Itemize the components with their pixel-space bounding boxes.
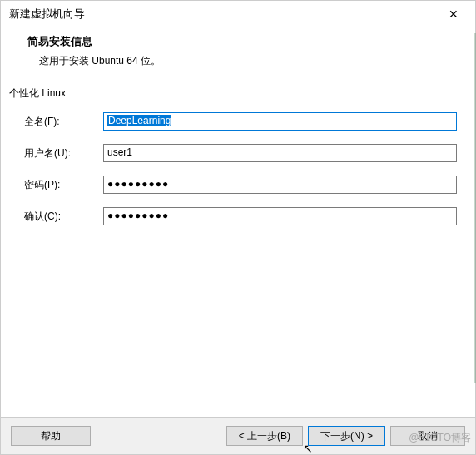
username-value: user1 bbox=[107, 146, 132, 158]
wizard-content: 个性化 Linux 全名(F): DeepLearning 用户名(U): us… bbox=[1, 82, 475, 417]
confirm-value: ●●●●●●●●● bbox=[107, 210, 169, 221]
back-button[interactable]: < 上一步(B) bbox=[226, 426, 303, 446]
confirm-label: 确认(C): bbox=[24, 210, 103, 224]
header-description: 这用于安装 Ubuntu 64 位。 bbox=[27, 54, 459, 68]
wizard-footer: 帮助 < 上一步(B) 下一步(N) > 取消 bbox=[1, 417, 475, 454]
section-label: 个性化 Linux bbox=[9, 87, 457, 101]
fullname-input[interactable]: DeepLearning bbox=[103, 112, 457, 131]
password-value: ●●●●●●●●● bbox=[107, 178, 169, 190]
header-title: 简易安装信息 bbox=[27, 34, 459, 49]
wizard-header: 简易安装信息 这用于安装 Ubuntu 64 位。 bbox=[1, 27, 475, 82]
username-label: 用户名(U): bbox=[24, 146, 103, 161]
password-row: 密码(P): ●●●●●●●●● bbox=[9, 176, 457, 194]
confirm-input[interactable]: ●●●●●●●●● bbox=[103, 207, 457, 225]
username-row: 用户名(U): user1 bbox=[9, 144, 457, 162]
fullname-row: 全名(F): DeepLearning bbox=[9, 112, 457, 131]
wizard-window: 新建虚拟机向导 ✕ 简易安装信息 这用于安装 Ubuntu 64 位。 个性化 … bbox=[0, 0, 476, 455]
next-button[interactable]: 下一步(N) > bbox=[308, 426, 385, 446]
help-button[interactable]: 帮助 bbox=[11, 426, 91, 446]
username-input[interactable]: user1 bbox=[103, 144, 457, 162]
close-button[interactable]: ✕ bbox=[440, 4, 467, 24]
titlebar: 新建虚拟机向导 ✕ bbox=[1, 1, 475, 27]
password-label: 密码(P): bbox=[24, 178, 103, 192]
close-icon: ✕ bbox=[449, 7, 459, 21]
confirm-row: 确认(C): ●●●●●●●●● bbox=[9, 207, 457, 225]
fullname-value: DeepLearning bbox=[107, 115, 171, 126]
cancel-button[interactable]: 取消 bbox=[390, 426, 465, 446]
fullname-label: 全名(F): bbox=[24, 115, 103, 129]
window-title: 新建虚拟机向导 bbox=[9, 7, 440, 22]
password-input[interactable]: ●●●●●●●●● bbox=[103, 176, 457, 194]
